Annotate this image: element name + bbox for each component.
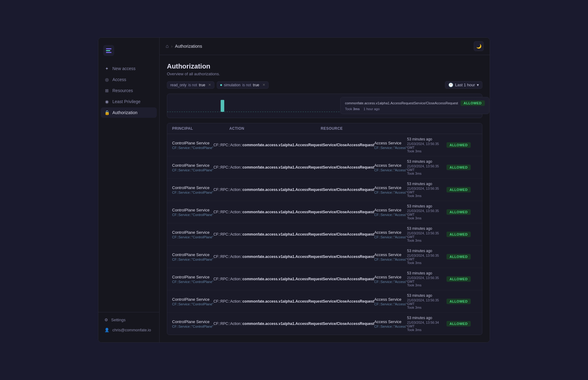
time-exact: 21/03/2024, 13:56:35 GMT [407,164,447,172]
logo-bars [106,48,111,53]
principal-sub: CF::Service::"ControlPlane" [172,146,213,150]
resource-name: Access Service [374,275,407,279]
resource-sub: CF::Service::"Access" [374,325,407,328]
filter-tag-read-only[interactable]: read_only is not true ✕ [167,81,214,89]
table-row[interactable]: ControlPlane Service CF::Service::"Contr… [167,201,482,223]
table-body: ControlPlane Service CF::Service::"Contr… [167,134,482,335]
status-badge: ALLOWED [447,254,471,259]
filter-close-icon[interactable]: ✕ [208,83,211,87]
time-took: Took 3ms [407,149,447,153]
time-exact: 21/03/2024, 13:56:35 GMT [407,231,447,239]
resource-sub: CF::Service::"Access" [374,258,407,261]
resource-sub: CF::Service::"Access" [374,213,407,217]
simulation-dot [220,84,222,86]
sidebar-item-new-access[interactable]: ✦ New access [101,63,157,74]
cell-status: ALLOWED [447,165,477,170]
topbar-right: 🌙 [474,41,484,51]
filter-tag-simulation[interactable]: simulation is not true ✕ [217,81,268,89]
cell-time: 53 minutes ago 21/03/2024, 13:56:35 GMT … [407,182,447,198]
filter-close-icon[interactable]: ✕ [262,83,265,87]
logo-icon [103,45,114,56]
app-window: ✦ New access ◎ Access ⊞ Resources ◉ Leas… [98,37,490,343]
settings-label: Settings [111,318,126,322]
time-filter[interactable]: 🕐 Last 1 hour ▾ [445,81,482,89]
filter-key: read_only [170,83,187,87]
table-row[interactable]: ControlPlane Service CF::Service::"Contr… [167,156,482,179]
cell-time: 53 minutes ago 21/03/2024, 13:56:34 GMT … [407,316,447,332]
table-row[interactable]: ControlPlane Service CF::Service::"Contr… [167,268,482,290]
time-exact: 21/03/2024, 13:56:35 GMT [407,187,447,194]
table-row[interactable]: ControlPlane Service CF::Service::"Contr… [167,134,482,156]
cell-status: ALLOWED [447,254,477,259]
resource-name: Access Service [374,208,407,212]
page-body: Authorization Overview of all authorizat… [160,55,490,342]
time-took: Took 3ms [407,172,447,175]
resource-name: Access Service [374,319,407,324]
action-text: CF::RPC::Action::commonfate.access.v1alp… [213,277,374,282]
table-wrapper: Principal Action Resource ControlPlane S… [167,123,482,335]
col-header-action: Action [229,126,321,131]
cell-action: CF::RPC::Action::commonfate.access.v1alp… [213,165,374,170]
principal-sub: CF::Service::"ControlPlane" [172,191,213,194]
chart-container: commonfate.access.v1alpha1.AccessRequest… [167,94,482,118]
sidebar-item-authorization[interactable]: 🔒 Authorization [101,107,157,118]
time-exact: 21/03/2024, 13:56:34 GMT [407,321,447,328]
filter-op: is not [188,83,197,87]
col-header-resource: Resource [321,126,378,131]
cell-resource: Access Service CF::Service::"Access" [374,208,407,217]
cell-principal: ControlPlane Service CF::Service::"Contr… [172,252,213,261]
cell-time: 53 minutes ago 21/03/2024, 13:56:35 GMT … [407,293,447,309]
action-text: CF::RPC::Action::commonfate.access.v1alp… [213,143,374,148]
filter-key: simulation [224,83,240,87]
least-privilege-icon: ◉ [104,99,109,104]
breadcrumb-current: Authorizations [175,44,202,49]
resources-icon: ⊞ [104,88,109,93]
home-icon[interactable]: ⌂ [166,43,169,49]
table-row[interactable]: ControlPlane Service CF::Service::"Contr… [167,246,482,268]
theme-toggle-button[interactable]: 🌙 [474,41,484,51]
resource-name: Access Service [374,297,407,302]
cell-action: CF::RPC::Action::commonfate.access.v1alp… [213,232,374,237]
tooltip-time-ago: 1 hour ago [364,107,380,111]
page-subtitle: Overview of all authorizations. [167,72,482,76]
cell-status: ALLOWED [447,276,477,282]
table-header-row: Principal Action Resource [167,123,482,134]
cell-time: 53 minutes ago 21/03/2024, 13:56:35 GMT … [407,137,447,153]
sidebar-item-access[interactable]: ◎ Access [101,74,157,85]
resource-name: Access Service [374,230,407,235]
sidebar-user[interactable]: 👤 chris@commonfate.io [101,325,157,335]
table-row[interactable]: ControlPlane Service CF::Service::"Contr… [167,290,482,313]
table-row[interactable]: ControlPlane Service CF::Service::"Contr… [167,313,482,335]
authorization-icon: 🔒 [104,110,109,115]
sidebar-item-least-privilege[interactable]: ◉ Least Privilege [101,96,157,107]
status-badge: ALLOWED [447,187,471,192]
chart-tooltip: commonfate.access.v1alpha1.AccessRequest… [340,97,489,114]
col-header-principal: Principal [172,126,229,131]
resource-sub: CF::Service::"Access" [374,280,407,284]
table-row[interactable]: ControlPlane Service CF::Service::"Contr… [167,179,482,201]
cell-resource: Access Service CF::Service::"Access" [374,297,407,306]
breadcrumb-separator: › [171,44,173,49]
cell-status: ALLOWED [447,299,477,304]
resource-name: Access Service [374,141,407,145]
clock-icon: 🕐 [448,83,453,87]
time-took: Took 3ms [407,261,447,265]
main-content: ⌂ › Authorizations 🌙 Authorization Overv… [160,38,490,342]
cell-status: ALLOWED [447,209,477,215]
logo [98,43,159,63]
table-row[interactable]: ControlPlane Service CF::Service::"Contr… [167,223,482,246]
sidebar-settings[interactable]: ⚙ Settings [101,315,157,325]
cell-action: CF::RPC::Action::commonfate.access.v1alp… [213,254,374,259]
cell-status: ALLOWED [447,187,477,192]
cell-time: 53 minutes ago 21/03/2024, 13:56:35 GMT … [407,226,447,242]
cell-principal: ControlPlane Service CF::Service::"Contr… [172,230,213,239]
sidebar-item-resources[interactable]: ⊞ Resources [101,85,157,96]
svg-rect-1 [221,100,224,112]
time-ago: 53 minutes ago [407,137,447,141]
time-ago: 53 minutes ago [407,159,447,164]
principal-sub: CF::Service::"ControlPlane" [172,258,213,261]
time-ago: 53 minutes ago [407,182,447,186]
cell-principal: ControlPlane Service CF::Service::"Contr… [172,208,213,217]
cell-time: 53 minutes ago 21/03/2024, 13:56:35 GMT … [407,271,447,287]
resource-name: Access Service [374,185,407,190]
